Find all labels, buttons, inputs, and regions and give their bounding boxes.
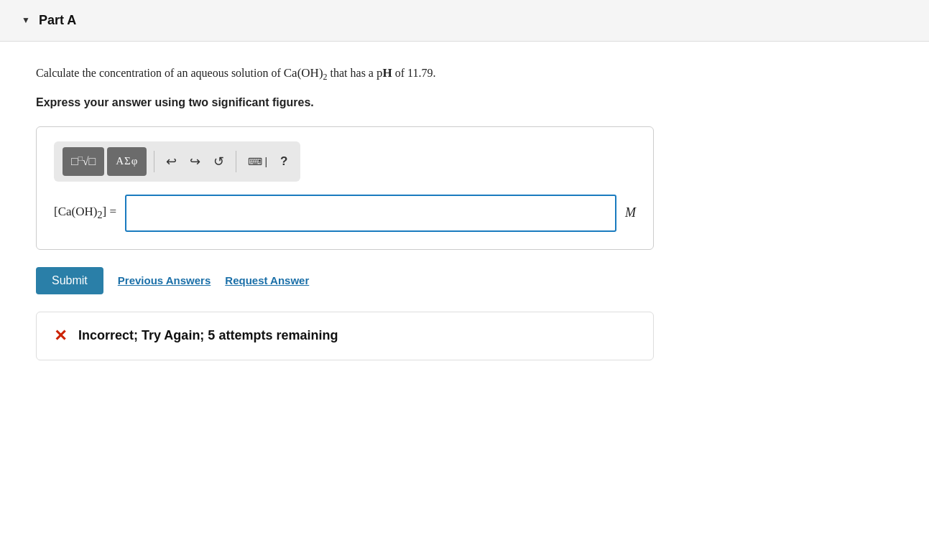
input-label: [Ca(OH)2] = [54, 205, 116, 221]
feedback-text: Incorrect; Try Again; 5 attempts remaini… [78, 328, 338, 343]
reset-icon: ↺ [213, 154, 224, 169]
toolbar-divider-2 [236, 151, 236, 172]
feedback-box: ✕ Incorrect; Try Again; 5 attempts remai… [36, 312, 654, 360]
question-text-after: that has a [328, 67, 376, 79]
action-row: Submit Previous Answers Request Answer [36, 267, 893, 294]
keyboard-button[interactable]: ⌨ | [244, 153, 272, 170]
formula: Ca(OH)2 [284, 66, 328, 80]
input-row: [Ca(OH)2] = M [54, 195, 636, 232]
help-button[interactable]: ? [276, 151, 292, 172]
toolbar: □□√□ ΑΣφ ↩ ↪ ↺ ⌨ [54, 141, 300, 182]
sqrt-icon: □□√□ [71, 154, 96, 168]
greek-symbols-button[interactable]: ΑΣφ [107, 147, 147, 176]
content-area: Calculate the concentration of an aqueou… [0, 42, 929, 382]
error-icon: ✕ [54, 327, 67, 345]
undo-button[interactable]: ↩ [162, 151, 181, 172]
previous-answers-button[interactable]: Previous Answers [118, 274, 211, 286]
redo-button[interactable]: ↪ [185, 151, 205, 172]
question-text-end: of 11.79. [392, 67, 436, 79]
submit-button[interactable]: Submit [36, 267, 103, 294]
undo-icon: ↩ [166, 154, 177, 169]
greek-icon: ΑΣφ [116, 155, 138, 167]
math-template-button[interactable]: □□√□ [63, 147, 104, 176]
chevron-icon: ▼ [22, 15, 30, 26]
keyboard-pipe: | [264, 156, 267, 167]
toolbar-btn-group: □□√□ ΑΣφ [63, 147, 147, 176]
request-answer-button[interactable]: Request Answer [225, 274, 309, 286]
keyboard-icon: ⌨ [248, 156, 262, 167]
ph-label: pH [376, 66, 392, 80]
input-label-sub: 2 [97, 209, 102, 220]
help-icon: ? [280, 154, 287, 168]
page-wrapper: ▼ Part A Calculate the concentration of … [0, 0, 929, 382]
redo-icon: ↪ [190, 154, 200, 169]
express-text: Express your answer using two significan… [36, 96, 893, 109]
reset-button[interactable]: ↺ [209, 151, 228, 172]
answer-container: □□√□ ΑΣφ ↩ ↪ ↺ ⌨ [36, 126, 654, 250]
part-header: ▼ Part A [0, 0, 929, 42]
unit-label: M [625, 205, 636, 220]
question-text: Calculate the concentration of an aqueou… [36, 63, 893, 85]
answer-input[interactable] [125, 195, 616, 232]
toolbar-divider-1 [154, 151, 154, 172]
question-text-before: Calculate the concentration of an aqueou… [36, 67, 284, 79]
part-title: Part A [39, 13, 76, 28]
